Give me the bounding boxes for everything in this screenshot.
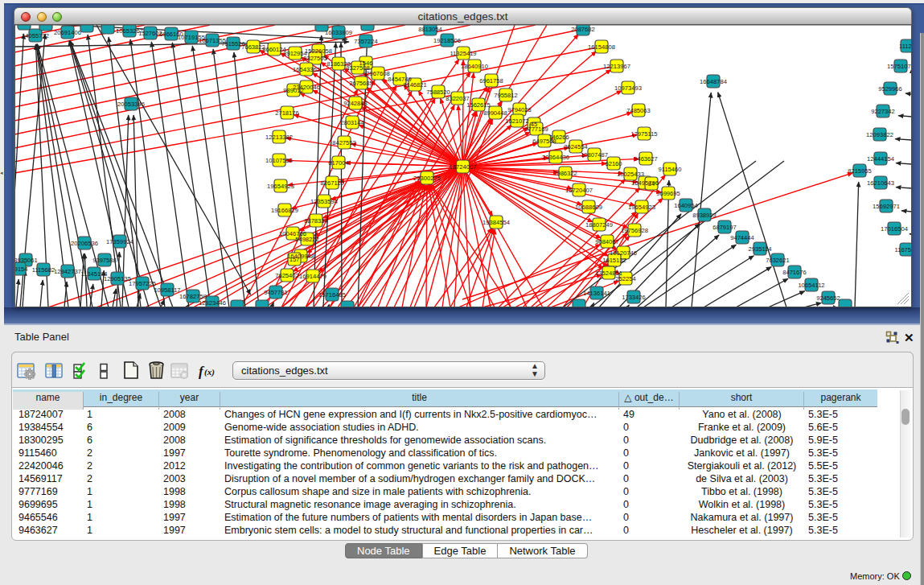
- svg-text:9699695: 9699695: [656, 190, 680, 197]
- svg-text:19756928: 19756928: [621, 227, 648, 234]
- svg-text:8471676: 8471676: [782, 269, 807, 276]
- svg-text:8427552: 8427552: [332, 139, 356, 146]
- svg-text:20206536: 20206536: [71, 240, 98, 247]
- svg-text:16033809: 16033809: [325, 29, 352, 36]
- svg-text:12444154: 12444154: [867, 155, 894, 163]
- svg-text:2803144: 2803144: [340, 119, 364, 126]
- svg-text:16648784: 16648784: [700, 78, 727, 85]
- svg-text:19654923: 19654923: [628, 204, 655, 211]
- svg-text:17975115: 17975115: [630, 130, 657, 138]
- svg-text:11123: 11123: [899, 43, 912, 50]
- svg-text:12093822: 12093822: [866, 131, 893, 138]
- svg-text:1115682: 1115682: [32, 266, 55, 274]
- svg-text:1640954: 1640954: [674, 202, 698, 209]
- svg-text:10958117: 10958117: [154, 286, 180, 294]
- svg-text:9115460: 9115460: [659, 166, 682, 173]
- svg-text:19384554: 19384554: [483, 219, 510, 226]
- svg-text:8938923: 8938923: [692, 212, 717, 219]
- svg-text:14055712: 14055712: [22, 32, 49, 39]
- svg-text:12213967: 12213967: [603, 63, 630, 70]
- svg-text:19654923: 19654923: [267, 183, 294, 190]
- svg-text:17016504: 17016504: [881, 225, 908, 233]
- svg-text:8990448: 8990448: [483, 109, 507, 117]
- svg-text:18807249: 18807249: [585, 221, 613, 229]
- svg-text:2087682: 2087682: [571, 26, 595, 33]
- svg-text:9463627: 9463627: [634, 155, 658, 163]
- svg-text:8813054: 8813054: [418, 26, 442, 33]
- svg-text:(x): (x): [204, 367, 215, 377]
- svg-text:9457791: 9457791: [264, 289, 288, 296]
- svg-text:7625402: 7625402: [275, 272, 299, 279]
- svg-text:15716485: 15716485: [318, 291, 346, 299]
- svg-text:10807487: 10807487: [581, 151, 608, 159]
- svg-text:9146821: 9146821: [403, 81, 427, 89]
- svg-text:12213382: 12213382: [265, 134, 293, 141]
- svg-text:17359924: 17359924: [106, 238, 133, 245]
- svg-text:1562615: 1562615: [466, 101, 491, 109]
- svg-text:10688609: 10688609: [575, 204, 602, 211]
- svg-text:3624554: 3624554: [564, 143, 588, 150]
- svg-text:15692971: 15692971: [873, 203, 900, 210]
- svg-text:2718176: 2718176: [275, 109, 299, 117]
- svg-text:17957225: 17957225: [129, 280, 156, 287]
- svg-text:1615132: 1615132: [602, 257, 626, 264]
- svg-text:7986322: 7986322: [553, 170, 577, 177]
- svg-text:1733426: 1733426: [622, 294, 646, 301]
- svg-text:7357224: 7357224: [354, 38, 378, 45]
- svg-text:20691406: 20691406: [54, 29, 81, 36]
- svg-text:2967608: 2967608: [366, 70, 390, 77]
- svg-text:14136141: 14136141: [583, 290, 610, 297]
- svg-text:157: 157: [290, 256, 300, 263]
- svg-text:10120746: 10120746: [610, 249, 637, 257]
- svg-text:252254: 252254: [615, 275, 635, 282]
- svg-text:1167533: 1167533: [895, 246, 913, 253]
- svg-text:15720407: 15720407: [565, 187, 593, 194]
- svg-text:84: 84: [648, 180, 655, 187]
- svg-text:6879197: 6879197: [713, 224, 737, 231]
- svg-text:8878334: 8878334: [304, 217, 328, 225]
- svg-text:9242848: 9242848: [343, 100, 368, 107]
- svg-text:2935114: 2935114: [749, 245, 772, 253]
- svg-text:19218506: 19218506: [433, 37, 461, 44]
- svg-text:18640910: 18640910: [461, 63, 488, 70]
- svg-text:23420046: 23420046: [293, 84, 320, 91]
- svg-text:25300275: 25300275: [413, 175, 441, 182]
- svg-text:5498222: 5498222: [295, 236, 319, 243]
- svg-text:62160: 62160: [605, 160, 622, 167]
- svg-text:12923446: 12923446: [199, 299, 226, 307]
- svg-text:7632621: 7632621: [766, 257, 790, 264]
- svg-text:12905135: 12905135: [104, 275, 131, 282]
- svg-text:7485063: 7485063: [626, 107, 651, 114]
- svg-text:20053346: 20053346: [117, 101, 145, 108]
- svg-text:9084067: 9084067: [595, 238, 619, 245]
- svg-text:10025433: 10025433: [617, 171, 644, 178]
- svg-text:617004: 617004: [328, 159, 348, 167]
- svg-text:9327505: 9327505: [303, 55, 327, 62]
- svg-text:16914479: 16914479: [299, 273, 326, 280]
- svg-text:9794028: 9794028: [507, 106, 532, 113]
- svg-text:7955812: 7955812: [494, 92, 518, 99]
- svg-text:1621072: 1621072: [505, 117, 529, 125]
- svg-text:16210643: 16210643: [867, 179, 894, 187]
- svg-text:9227342: 9227342: [871, 108, 895, 115]
- svg-text:8215955: 8215955: [848, 167, 872, 175]
- svg-text:9474444: 9474444: [730, 234, 754, 241]
- svg-text:9245652: 9245652: [816, 295, 840, 302]
- svg-text:3675685: 3675685: [349, 80, 373, 87]
- svg-text:9397588: 9397588: [92, 257, 117, 264]
- svg-text:12942737: 12942737: [54, 268, 81, 275]
- svg-text:8267110: 8267110: [321, 179, 344, 187]
- svg-text:3935061: 3935061: [14, 257, 38, 264]
- svg-text:18724007: 18724007: [450, 163, 477, 171]
- svg-text:16154808: 16154808: [588, 43, 615, 51]
- svg-text:6961758: 6961758: [479, 77, 503, 84]
- svg-text:39154: 39154: [14, 266, 28, 273]
- svg-text:20364436: 20364436: [542, 154, 569, 161]
- svg-text:9777169: 9777169: [524, 126, 548, 133]
- svg-text:10973493: 10973493: [614, 84, 642, 92]
- svg-text:19166829: 19166829: [271, 207, 298, 214]
- svg-text:12353594: 12353594: [310, 198, 338, 205]
- svg-text:11325419: 11325419: [450, 50, 476, 57]
- svg-text:9529966: 9529966: [878, 85, 902, 93]
- svg-text:6497568: 6497568: [532, 138, 556, 145]
